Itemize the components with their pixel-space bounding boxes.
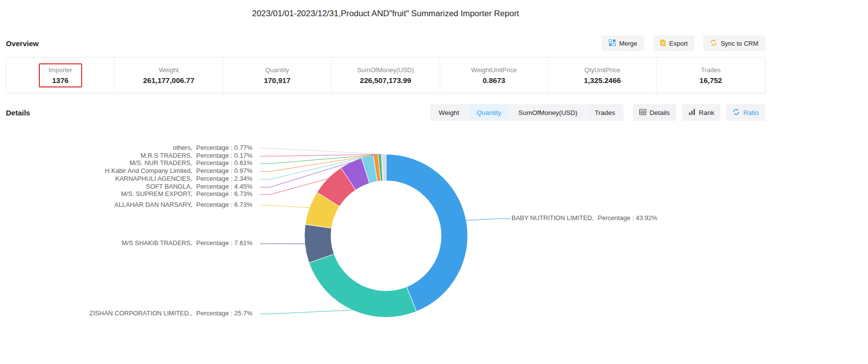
stat-sum-of-money: SumOfMoney(USD) 226,507,173.99 <box>331 57 440 93</box>
stat-weight-label: Weight <box>143 66 194 74</box>
stat-weight: Weight 261,177,006.77 <box>115 57 223 93</box>
chart-label-8: H.Kabir And Company Limited,Percentage :… <box>105 167 259 174</box>
pie-chart-svg <box>0 0 868 364</box>
tab-weight[interactable]: Weight <box>430 104 468 121</box>
stat-trades-label: Trades <box>699 66 722 74</box>
importer-ratio-pie-chart: BABY NUTRITION LIMITED,Percentage : 43.9… <box>0 0 868 364</box>
chart-label-name: M.R.S TRADERS, <box>141 152 192 159</box>
chart-label-3: M/S SHAKIB TRADERS,Percentage : 7.61% <box>121 239 259 247</box>
chart-label-name: M/S. SUPREM EXPORT, <box>121 190 192 197</box>
pie-slice-1[interactable] <box>386 154 468 311</box>
chart-label-11: others,Percentage : 0.77% <box>173 144 259 151</box>
tab-quantity[interactable]: Quantity <box>468 104 509 121</box>
chart-label-percentage: Percentage : 6.73% <box>196 190 259 197</box>
chart-label-7: KARNAPHULI AGENCIES,Percentage : 2.34% <box>115 175 259 182</box>
stat-sum-of-money-label: SumOfMoney(USD) <box>357 66 414 74</box>
chart-label-percentage: Percentage : 6.73% <box>196 201 259 208</box>
label-line-10 <box>260 154 382 156</box>
chart-label-percentage: Percentage : 0.17% <box>196 152 259 159</box>
chart-label-name: SOFT BANGLA, <box>146 183 192 190</box>
stat-qty-unit-price-label: QtyUnitPrice <box>584 66 621 74</box>
chart-label-percentage: Percentage : 0.97% <box>196 167 259 174</box>
tab-sum-of-money[interactable]: SumOfMoney(USD) <box>510 104 586 121</box>
chart-label-percentage: Percentage : 0.61% <box>196 159 259 167</box>
chart-label-1: BABY NUTRITION LIMITED,Percentage : 43.9… <box>511 214 658 222</box>
sync-to-crm-button[interactable]: Sync to CRM <box>703 35 765 51</box>
chart-label-percentage: Percentage : 7.61% <box>196 239 259 247</box>
chart-label-name: others, <box>173 144 192 151</box>
sync-icon <box>710 39 717 48</box>
importer-highlight-box: Importer 1376 <box>39 63 82 87</box>
stat-qty-unit-price: QtyUnitPrice 1,325.2466 <box>548 57 657 93</box>
stat-trades-value: 16,752 <box>699 76 722 84</box>
stat-quantity-value: 170,917 <box>264 76 290 84</box>
sync-to-crm-button-label: Sync to CRM <box>720 40 758 47</box>
chart-label-percentage: Percentage : 25.7% <box>196 309 259 317</box>
overview-header: Overview Merge Export Sync to CRM <box>6 34 765 52</box>
ratio-view-button[interactable]: Ratio <box>726 104 765 121</box>
chart-label-name: KARNAPHULI AGENCIES, <box>115 175 192 182</box>
metric-tabs: Weight Quantity SumOfMoney(USD) Trades <box>430 104 624 121</box>
chart-label-name: M/S SHAKIB TRADERS, <box>121 239 192 247</box>
chart-label-9: M/S. NUR TRADERS,Percentage : 0.61% <box>129 159 259 167</box>
chart-label-4: ALLAHAR DAN NARSARY,Percentage : 6.73% <box>115 201 259 208</box>
stat-quantity-label: Quantity <box>264 66 290 74</box>
label-line-1 <box>466 219 510 221</box>
overview-actions: Merge Export Sync to CRM <box>602 35 765 51</box>
stat-qty-unit-price-value: 1,325.2466 <box>584 76 621 84</box>
stat-trades: Trades 16,752 <box>657 57 765 93</box>
chart-label-6: SOFT BANGLA,Percentage : 4.45% <box>146 183 259 190</box>
stat-importer: Importer 1376 <box>6 57 115 93</box>
label-line-2 <box>260 310 353 314</box>
stat-weight-value: 261,177,006.77 <box>143 76 194 84</box>
details-header: Details Weight Quantity SumOfMoney(USD) … <box>6 104 765 121</box>
ratio-view-label: Ratio <box>743 109 759 116</box>
chart-label-name: ZISHAN CORPORATION LIMITED., <box>90 309 192 317</box>
chart-label-2: ZISHAN CORPORATION LIMITED.,Percentage :… <box>90 309 259 317</box>
merge-button[interactable]: Merge <box>602 35 644 51</box>
merge-button-label: Merge <box>619 40 637 47</box>
pie-slice-2[interactable] <box>309 254 416 317</box>
stat-weight-unit-price: WeightUnitPrice 0.8673 <box>440 57 548 93</box>
stat-importer-value: 1376 <box>49 76 72 84</box>
report-title: 2023/01/01-2023/12/31,Product AND"fruit"… <box>0 9 771 19</box>
details-view-label: Details <box>650 109 670 116</box>
chart-label-percentage: Percentage : 43.92% <box>598 214 657 222</box>
details-view-button[interactable]: Details <box>633 104 676 121</box>
details-heading: Details <box>6 109 30 117</box>
stat-sum-of-money-value: 226,507,173.99 <box>357 76 414 84</box>
tab-trades[interactable]: Trades <box>586 104 624 121</box>
rank-view-label: Rank <box>699 109 715 116</box>
overview-stats-bar: Importer 1376 Weight 261,177,006.77 Quan… <box>6 57 765 93</box>
rank-bars-icon <box>688 109 695 117</box>
chart-label-name: BABY NUTRITION LIMITED, <box>511 214 594 222</box>
chart-label-name: H.Kabir And Company Limited, <box>105 167 192 174</box>
view-switcher: Details Rank Ratio <box>633 104 765 121</box>
rank-view-button[interactable]: Rank <box>682 104 721 121</box>
export-button-label: Export <box>669 40 688 47</box>
chart-label-name: M/S. NUR TRADERS, <box>129 159 192 167</box>
chart-label-percentage: Percentage : 2.34% <box>196 175 259 182</box>
export-file-icon <box>660 39 666 48</box>
stat-weight-unit-price-value: 0.8673 <box>471 76 517 84</box>
export-button[interactable]: Export <box>653 35 695 51</box>
table-grid-icon <box>639 109 646 117</box>
chart-label-name: ALLAHAR DAN NARSARY, <box>115 201 192 208</box>
chart-label-percentage: Percentage : 4.45% <box>196 183 259 190</box>
label-line-4 <box>260 205 309 208</box>
stat-quantity: Quantity 170,917 <box>223 57 331 93</box>
overview-heading: Overview <box>6 39 39 48</box>
label-line-11 <box>260 148 384 154</box>
merge-icon <box>609 39 616 48</box>
chart-label-percentage: Percentage : 0.77% <box>196 144 259 151</box>
stat-weight-unit-price-label: WeightUnitPrice <box>471 66 517 74</box>
chart-label-5: M/S. SUPREM EXPORT,Percentage : 6.73% <box>121 190 259 197</box>
ratio-refresh-icon <box>733 109 740 117</box>
chart-label-10: M.R.S TRADERS,Percentage : 0.17% <box>141 152 259 159</box>
stat-importer-label: Importer <box>49 66 72 74</box>
